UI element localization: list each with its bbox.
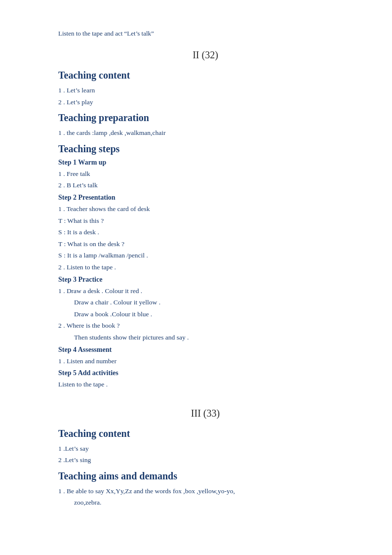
list-item: zoo,zebra. <box>58 497 353 508</box>
teaching-steps-heading: Teaching steps <box>58 143 353 155</box>
step1-label: Step 1 Warm up <box>58 159 353 167</box>
list-item: 1 . Free talk <box>58 169 353 179</box>
list-item: 1 . Draw a desk . Colour it red . <box>58 286 353 297</box>
list-item: 2 . B Let’s talk <box>58 180 353 191</box>
list-item: 1 .Let’s say <box>58 443 353 454</box>
list-item: 1 . Let’s learn <box>58 85 353 96</box>
step3-label: Step 3 Practice <box>58 276 353 284</box>
list-item: S : It is a lamp /walkman /pencil . <box>58 250 353 261</box>
list-item: Listen to the tape . <box>58 379 353 390</box>
section3-title: III (33) <box>58 408 353 419</box>
section2-title: II (32) <box>58 49 353 61</box>
s3-teaching-aims-heading: Teaching aims and demands <box>58 470 353 482</box>
section2-divider: II (32) <box>58 49 353 61</box>
step5-label: Step 5 Add activities <box>58 369 353 377</box>
step4-label: Step 4 Assessment <box>58 346 353 354</box>
list-item: 1 . Teacher shows the card of desk <box>58 204 353 214</box>
list-item: 1 . Be able to say Xx,Yy,Zz and the word… <box>58 486 353 497</box>
list-item: 1 . Listen and number <box>58 356 353 367</box>
teaching-content-heading: Teaching content <box>58 70 353 81</box>
list-item: S : It is a desk . <box>58 227 353 238</box>
list-item: 2 . Where is the book ? <box>58 320 353 331</box>
intro-text: Listen to the tape and act “Let’s talk” <box>58 30 353 38</box>
list-item: 2 .Let’s sing <box>58 455 353 466</box>
teaching-preparation-heading: Teaching preparation <box>58 112 353 124</box>
list-item: Draw a book .Colour it blue . <box>58 309 353 320</box>
list-item: 2 . Let’s play <box>58 97 353 108</box>
list-item: 1 . the cards :lamp ,desk ,walkman,chair <box>58 128 353 138</box>
list-item: Then students show their pictures and sa… <box>58 332 353 343</box>
list-item: 2 . Listen to the tape . <box>58 262 353 273</box>
list-item: T : What is this ? <box>58 215 353 226</box>
s3-teaching-content-heading: Teaching content <box>58 428 353 439</box>
section3-divider: III (33) <box>58 408 353 419</box>
step2-label: Step 2 Presentation <box>58 194 353 202</box>
list-item: T : What is on the desk ? <box>58 239 353 250</box>
list-item: Draw a chair . Colour it yellow . <box>58 297 353 308</box>
